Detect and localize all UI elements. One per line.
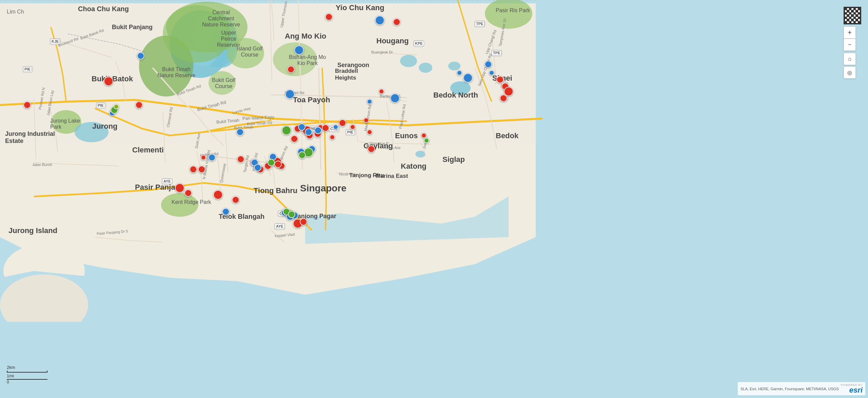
road-label-aye2: AYE: [275, 224, 285, 229]
marker-blue-9[interactable]: [298, 123, 305, 131]
road-label-kje: KJE: [50, 39, 60, 44]
scale-label-km: 2km: [7, 365, 47, 370]
marker-red-24[interactable]: [339, 119, 346, 127]
marker-green-5[interactable]: [268, 159, 275, 166]
marker-red-3[interactable]: [23, 101, 31, 109]
marker-red-9[interactable]: [237, 155, 244, 163]
marker-blue-14[interactable]: [333, 124, 338, 130]
locate-button[interactable]: ◎: [844, 66, 856, 79]
marker-red-6[interactable]: [184, 189, 192, 197]
marker-red-34[interactable]: [300, 218, 307, 226]
svg-rect-5: [0, 0, 868, 3]
marker-blue-23[interactable]: [222, 208, 230, 215]
marker-red-23[interactable]: [330, 134, 335, 140]
marker-red-8[interactable]: [213, 190, 223, 200]
marker-blue-25[interactable]: [457, 70, 462, 76]
marker-blue-2[interactable]: [294, 45, 304, 55]
marker-red-42[interactable]: [232, 196, 239, 204]
marker-red-30[interactable]: [393, 18, 400, 26]
road-label-kpe: KPE: [414, 41, 424, 46]
svg-point-13: [163, 5, 231, 63]
svg-point-17: [161, 193, 198, 217]
map-controls: + − ⌂ ◎: [844, 7, 861, 79]
marker-red-4[interactable]: [190, 166, 197, 173]
svg-point-24: [400, 55, 417, 67]
marker-red-1[interactable]: [104, 77, 113, 86]
marker-red-2[interactable]: [135, 101, 143, 109]
marker-red-7[interactable]: [198, 166, 205, 173]
qr-code: [844, 7, 861, 24]
marker-blue-11[interactable]: [314, 127, 322, 134]
marker-red-41[interactable]: [201, 155, 206, 160]
marker-blue-3[interactable]: [285, 89, 295, 99]
marker-red-25[interactable]: [350, 124, 355, 130]
marker-red-26[interactable]: [363, 118, 369, 123]
marker-red-35[interactable]: [274, 161, 282, 168]
marker-blue-26[interactable]: [485, 61, 492, 68]
svg-point-15: [227, 38, 264, 68]
marker-green-4[interactable]: [298, 151, 306, 159]
marker-blue-17[interactable]: [463, 73, 473, 83]
marker-red-31[interactable]: [325, 13, 333, 21]
zoom-in-button[interactable]: +: [844, 26, 856, 39]
marker-red-16[interactable]: [291, 135, 298, 143]
svg-point-22: [448, 62, 460, 70]
road-label-pie1: PIE: [23, 66, 32, 72]
esri-logo: esri: [849, 386, 863, 394]
marker-red-22[interactable]: [322, 124, 329, 132]
marker-green-6[interactable]: [424, 138, 429, 143]
marker-red-40[interactable]: [421, 133, 427, 138]
map-container[interactable]: Lim Ch Choa Chu Kang Bukit Panjang Bukit…: [0, 0, 868, 398]
marker-blue-16[interactable]: [367, 99, 372, 104]
svg-point-16: [209, 71, 236, 95]
road-label-aye1: AYE: [162, 179, 172, 184]
attribution-bar: SLA, Esri, HERE, Garmin, Foursquare, MET…: [738, 382, 865, 395]
road-label-tpe2: TPE: [492, 50, 501, 56]
scale-label-mi: 1mi: [7, 373, 14, 378]
map-svg: Lim Ch: [0, 0, 868, 398]
scale-zero: 0: [7, 380, 9, 384]
svg-point-19: [75, 122, 108, 142]
marker-red-39[interactable]: [500, 95, 507, 102]
svg-point-23: [415, 151, 426, 158]
marker-blue-5[interactable]: [208, 154, 216, 161]
home-button[interactable]: ⌂: [844, 53, 856, 65]
marker-green-2[interactable]: [282, 126, 291, 135]
attribution-text: SLA, Esri, HERE, Garmin, Foursquare, MET…: [741, 387, 839, 391]
road-label-pie2: PIE: [96, 103, 105, 108]
marker-blue-24[interactable]: [489, 70, 494, 76]
marker-red-36[interactable]: [496, 76, 504, 83]
marker-red-28[interactable]: [368, 145, 375, 153]
svg-text:Lim Ch: Lim Ch: [7, 9, 24, 15]
marker-red-15[interactable]: [287, 66, 295, 73]
marker-blue-4[interactable]: [236, 128, 244, 136]
marker-blue-19[interactable]: [375, 16, 384, 25]
marker-blue-10[interactable]: [305, 128, 312, 136]
road-label-pie4: PIE: [346, 129, 355, 135]
marker-red-27[interactable]: [367, 129, 372, 135]
marker-red-5[interactable]: [175, 183, 184, 193]
marker-blue-1[interactable]: [137, 52, 144, 60]
marker-blue-7[interactable]: [254, 164, 261, 171]
marker-green-8[interactable]: [288, 211, 295, 218]
road-label-tpe1: TPE: [475, 21, 485, 26]
scale-bar: 2km 1mi 0: [7, 365, 47, 384]
marker-red-29[interactable]: [379, 89, 384, 94]
marker-olive-1[interactable]: [114, 104, 119, 109]
svg-point-20: [450, 81, 471, 95]
zoom-out-button[interactable]: −: [844, 39, 856, 51]
marker-blue-15[interactable]: [390, 93, 400, 103]
svg-point-21: [419, 63, 432, 73]
